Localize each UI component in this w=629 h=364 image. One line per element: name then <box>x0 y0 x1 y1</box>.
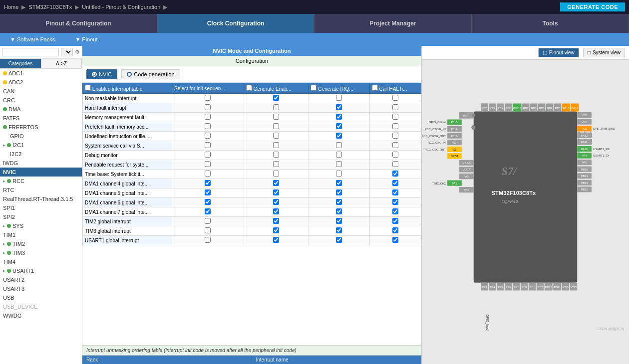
sidebar-item-usb[interactable]: USB <box>0 293 82 302</box>
checkbox-13-0[interactable] <box>205 218 211 224</box>
generate-code-button[interactable]: GENERATE CODE <box>560 2 625 11</box>
checkbox-7-2[interactable] <box>336 161 342 167</box>
breadcrumb-project[interactable]: Untitled - Pinout & Configuration <box>82 4 160 10</box>
checkbox-2-3[interactable] <box>392 114 398 120</box>
checkbox-9-1[interactable] <box>273 180 279 186</box>
checkbox-7-1[interactable] <box>273 161 279 167</box>
checkbox-3-1[interactable] <box>273 123 279 129</box>
sidebar-item-fatfs[interactable]: FATFS <box>0 114 82 123</box>
sidebar-item-adc1[interactable]: ADC1 <box>0 69 82 78</box>
checkbox-15-0[interactable] <box>205 237 211 243</box>
checkbox-8-3[interactable] <box>392 171 398 177</box>
checkbox-4-1[interactable] <box>273 133 279 139</box>
tab-clock-config[interactable]: Clock Configuration <box>157 14 314 33</box>
select-all-checkbox[interactable] <box>85 85 91 91</box>
checkbox-10-2[interactable] <box>336 189 342 195</box>
checkbox-9-2[interactable] <box>336 180 342 186</box>
checkbox-8-1[interactable] <box>273 171 279 177</box>
search-input[interactable] <box>2 48 59 56</box>
checkbox-1-0[interactable] <box>205 104 211 110</box>
checkbox-14-1[interactable] <box>273 227 279 233</box>
checkbox-10-3[interactable] <box>392 189 398 195</box>
sidebar-item-realthread-rt-thread-3-1-5[interactable]: RealThread.RT-Thread.3.1.5 <box>0 194 82 203</box>
sidebar-item-spi1[interactable]: SPI1 <box>0 203 82 212</box>
sidebar-item-rtc[interactable]: RTC <box>0 185 82 194</box>
nvic-table-container[interactable]: Enabled interrupt tableSelect for init s… <box>82 83 421 345</box>
sidebar-item-tim4[interactable]: TIM4 <box>0 257 82 266</box>
sidebar-item-i2c1[interactable]: I2C1 <box>0 141 82 150</box>
checkbox-4-2[interactable] <box>336 133 342 139</box>
sidebar-item-tim1[interactable]: TIM1 <box>0 230 82 239</box>
checkbox-13-3[interactable] <box>392 218 398 224</box>
checkbox-12-3[interactable] <box>392 208 398 214</box>
sidebar-item-usart3[interactable]: USART3 <box>0 284 82 293</box>
sidebar-item-i2c2[interactable]: I2C2 <box>0 150 82 159</box>
gear-icon[interactable]: ⚙ <box>75 49 80 55</box>
checkbox-15-3[interactable] <box>392 237 398 243</box>
checkbox-15-2[interactable] <box>336 237 342 243</box>
checkbox-0-1[interactable] <box>273 95 279 101</box>
checkbox-11-2[interactable] <box>336 199 342 205</box>
checkbox-4-0[interactable] <box>205 133 211 139</box>
checkbox-5-0[interactable] <box>205 142 211 148</box>
sidebar-dropdown[interactable] <box>61 48 73 56</box>
checkbox-12-0[interactable] <box>205 208 211 214</box>
checkbox-8-2[interactable] <box>336 171 342 177</box>
sidebar-item-tim2[interactable]: TIM2 <box>0 239 82 248</box>
checkbox-13-1[interactable] <box>273 218 279 224</box>
checkbox-10-1[interactable] <box>273 189 279 195</box>
sidebar-item-nvic[interactable]: NVIC <box>0 168 82 177</box>
checkbox-4-3[interactable] <box>392 133 398 139</box>
checkbox-7-3[interactable] <box>392 161 398 167</box>
sidebar-item-sys[interactable]: SYS <box>0 221 82 230</box>
checkbox-5-1[interactable] <box>273 142 279 148</box>
col-checkbox-3[interactable] <box>311 85 316 91</box>
checkbox-7-0[interactable] <box>205 161 211 167</box>
checkbox-0-0[interactable] <box>205 95 211 101</box>
sidebar-item-spi2[interactable]: SPI2 <box>0 212 82 221</box>
checkbox-6-0[interactable] <box>205 152 211 158</box>
checkbox-14-0[interactable] <box>205 227 211 233</box>
checkbox-5-3[interactable] <box>392 142 398 148</box>
checkbox-9-3[interactable] <box>392 180 398 186</box>
sidebar-item-gpio[interactable]: GPIO <box>0 132 82 141</box>
sidebar-item-wwdg[interactable]: WWDG <box>0 311 82 320</box>
checkbox-10-0[interactable] <box>205 189 211 195</box>
checkbox-8-0[interactable] <box>205 171 211 177</box>
checkbox-2-2[interactable] <box>336 114 342 120</box>
nvic-button[interactable]: NVIC <box>86 69 117 79</box>
breadcrumb-home[interactable]: Home <box>4 4 18 10</box>
checkbox-14-2[interactable] <box>336 227 342 233</box>
checkbox-1-2[interactable] <box>336 104 342 110</box>
checkbox-3-0[interactable] <box>205 123 211 129</box>
checkbox-1-3[interactable] <box>392 104 398 110</box>
sidebar-item-usb-device[interactable]: USB_DEVICE <box>0 302 82 311</box>
sidebar-item-rcc[interactable]: RCC <box>0 177 82 185</box>
checkbox-6-2[interactable] <box>336 152 342 158</box>
checkbox-12-1[interactable] <box>273 208 279 214</box>
checkbox-12-2[interactable] <box>336 208 342 214</box>
sidebar-item-iwdg[interactable]: IWDG <box>0 159 82 168</box>
tab-az[interactable]: A->Z <box>41 59 82 68</box>
checkbox-0-3[interactable] <box>392 95 398 101</box>
checkbox-6-1[interactable] <box>273 152 279 158</box>
checkbox-15-1[interactable] <box>273 237 279 243</box>
checkbox-1-1[interactable] <box>273 104 279 110</box>
sidebar-item-usart1[interactable]: USART1 <box>0 266 82 275</box>
col-checkbox-2[interactable] <box>246 85 252 91</box>
col-checkbox-4[interactable] <box>372 85 378 91</box>
checkbox-3-3[interactable] <box>392 123 398 129</box>
tab-pinout-config[interactable]: Pinout & Configuration <box>0 14 157 33</box>
checkbox-11-3[interactable] <box>392 199 398 205</box>
breadcrumb-chip[interactable]: STM32F103C8Tx <box>28 4 72 10</box>
codegen-button[interactable]: Code generation <box>121 69 180 79</box>
sidebar-item-tim3[interactable]: TIM3 <box>0 248 82 257</box>
checkbox-2-0[interactable] <box>205 114 211 120</box>
sub-nav-pinout[interactable]: ▼ Pinout <box>75 36 97 42</box>
checkbox-14-3[interactable] <box>392 227 398 233</box>
checkbox-11-0[interactable] <box>205 199 211 205</box>
sidebar-item-crc[interactable]: CRC <box>0 96 82 105</box>
sidebar-item-dma[interactable]: DMA <box>0 105 82 114</box>
sidebar-item-adc2[interactable]: ADC2 <box>0 78 82 87</box>
sidebar-item-can[interactable]: CAN <box>0 87 82 96</box>
